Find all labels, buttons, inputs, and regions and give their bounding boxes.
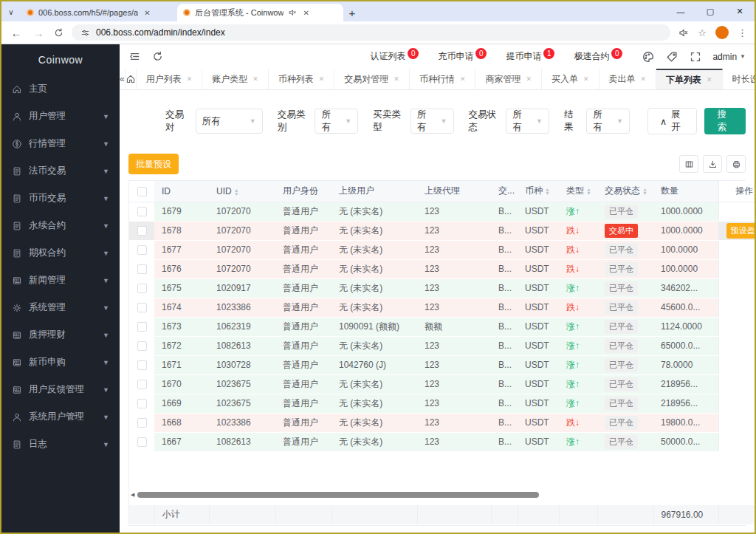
browser-tab-1[interactable]: 006.boss.com/h5/#/pages/a ✕	[21, 4, 177, 21]
close-icon[interactable]: ✕	[460, 75, 466, 83]
close-icon[interactable]: ✕	[526, 75, 532, 83]
print-button[interactable]	[726, 155, 746, 173]
header-shortcut[interactable]: 充币申请0	[438, 50, 487, 63]
filter-select[interactable]: 所有▼	[196, 109, 263, 134]
close-icon[interactable]: ✕	[319, 75, 325, 83]
close-icon[interactable]: ✕	[394, 75, 399, 83]
sort-icon[interactable]: ▲▼	[545, 188, 550, 195]
close-icon[interactable]: ✕	[187, 75, 193, 83]
sidebar-item[interactable]: 永续合约▼	[1, 212, 120, 239]
row-checkbox[interactable]	[137, 437, 147, 447]
expand-filters-button[interactable]: ∧展开	[647, 108, 697, 134]
page-tab[interactable]: 下单列表✕	[656, 69, 723, 89]
window-minimize-button[interactable]: —	[666, 1, 695, 21]
page-tab[interactable]: 交易对管理✕	[334, 69, 410, 89]
sidebar-item[interactable]: 系统管理▼	[1, 294, 120, 321]
sidebar-item[interactable]: 日志▼	[1, 431, 120, 458]
page-tab[interactable]: 币种行情✕	[410, 69, 476, 89]
sidebar-item[interactable]: 主页	[1, 75, 120, 103]
row-checkbox[interactable]	[137, 418, 147, 428]
row-checkbox[interactable]	[137, 399, 147, 408]
window-close-button[interactable]: ✕	[725, 1, 755, 21]
header-shortcut[interactable]: 极速合约0	[574, 50, 622, 63]
close-icon[interactable]: ✕	[252, 75, 258, 83]
row-checkbox[interactable]	[137, 303, 147, 312]
sidebar-item[interactable]: 质押理财▼	[1, 321, 120, 349]
close-icon[interactable]: ✕	[583, 75, 589, 83]
scroll-left-icon[interactable]: ◀	[131, 492, 134, 498]
batch-preset-button[interactable]: 批量预设	[128, 154, 179, 174]
column-settings-button[interactable]	[679, 155, 698, 173]
page-tab[interactable]: 币种列表✕	[269, 69, 335, 89]
close-icon[interactable]: ✕	[707, 76, 712, 83]
close-icon[interactable]: ✕	[641, 75, 647, 83]
tab-search-chevron-icon[interactable]: ∨	[1, 4, 21, 20]
sort-icon[interactable]: ▲▼	[642, 188, 647, 195]
profile-avatar[interactable]	[715, 26, 729, 39]
bookmark-star-icon[interactable]: ☆	[698, 27, 707, 38]
sidebar-item[interactable]: 用户反馈管理▼	[1, 376, 120, 403]
filter-select[interactable]: 所有▼	[506, 109, 549, 134]
page-tab[interactable]: 卖出单✕	[599, 69, 657, 89]
row-checkbox[interactable]	[137, 264, 147, 274]
jump-page-input[interactable]	[290, 533, 318, 533]
sidebar-item[interactable]: 用户管理▼	[1, 103, 120, 130]
scrollbar-thumb[interactable]	[137, 492, 539, 498]
row-checkbox[interactable]	[137, 341, 147, 351]
sidebar-item[interactable]: 行情管理▼	[1, 130, 120, 157]
row-checkbox[interactable]	[137, 284, 147, 293]
page-tab[interactable]: 账户类型✕	[202, 69, 269, 89]
sidebar-item[interactable]: 系统用户管理▼	[1, 403, 120, 431]
sort-icon[interactable]: ▲▼	[234, 188, 239, 196]
column-header[interactable]: UID▲▼	[209, 181, 275, 202]
select-all-checkbox[interactable]	[137, 187, 147, 196]
filter-select[interactable]: 所有▼	[410, 109, 454, 134]
reload-icon[interactable]	[53, 27, 64, 38]
row-checkbox[interactable]	[137, 207, 147, 216]
page-size-select[interactable]: 20 条/页 ∨	[430, 533, 487, 533]
row-checkbox[interactable]	[137, 245, 147, 255]
tab-close-icon[interactable]: ✕	[142, 9, 151, 17]
column-header[interactable]: 币种▲▼	[518, 181, 559, 202]
mute-icon[interactable]	[678, 27, 689, 38]
filter-select[interactable]: 所有▼	[315, 109, 358, 134]
fullscreen-icon[interactable]	[689, 50, 702, 64]
new-tab-button[interactable]: +	[343, 4, 361, 21]
horizontal-scrollbar[interactable]: ◀▶	[129, 490, 755, 499]
confirm-jump-button[interactable]: 确定	[340, 533, 374, 533]
sidebar-item[interactable]: 法币交易▼	[1, 157, 120, 185]
back-icon[interactable]: ←	[9, 27, 24, 39]
row-checkbox[interactable]	[137, 322, 147, 332]
url-bar[interactable]: 006.boss.com/admin/index/index	[72, 24, 670, 41]
home-tab-icon[interactable]	[126, 69, 137, 89]
row-checkbox[interactable]	[137, 226, 147, 236]
sidebar-item[interactable]: 币币交易▼	[1, 185, 120, 212]
sidebar-item[interactable]: 期权合约▼	[1, 239, 120, 267]
browser-tab-2[interactable]: 后台管理系统 - Coinwow ✕	[177, 4, 343, 21]
tab-close-icon[interactable]: ✕	[301, 9, 310, 17]
sidebar-item[interactable]: 新闻管理▼	[1, 267, 120, 294]
sidebar-item[interactable]: 新币申购▼	[1, 349, 120, 376]
forward-icon[interactable]: →	[31, 27, 46, 39]
browser-menu-icon[interactable]: ⋮	[738, 27, 747, 38]
filter-select[interactable]: 所有▼	[586, 109, 630, 134]
header-shortcut[interactable]: 提币申请1	[506, 50, 554, 63]
page-tab[interactable]: 用户列表✕	[137, 69, 203, 89]
row-checkbox[interactable]	[137, 360, 147, 370]
preset-pnl-button[interactable]: 预设盈亏	[726, 223, 755, 239]
page-tab[interactable]: 时长设置✕	[723, 69, 756, 89]
window-maximize-button[interactable]: ▢	[695, 1, 725, 21]
page-tab[interactable]: 买入单✕	[542, 69, 599, 89]
column-header[interactable]: 类型▲▼	[559, 181, 597, 202]
tune-icon[interactable]	[80, 28, 90, 38]
admin-user-menu[interactable]: admin ▼	[712, 52, 746, 62]
tabs-scroll-left-icon[interactable]: «	[120, 69, 126, 89]
column-header[interactable]: 交易状态▲▼	[597, 181, 653, 202]
page-tab[interactable]: 商家管理✕	[475, 69, 542, 89]
search-button[interactable]: 搜索	[704, 108, 746, 134]
refresh-icon[interactable]	[151, 50, 164, 63]
collapse-menu-icon[interactable]	[128, 50, 141, 63]
row-checkbox[interactable]	[137, 380, 147, 389]
tag-icon[interactable]	[665, 50, 678, 64]
sort-icon[interactable]: ▲▼	[586, 188, 591, 195]
